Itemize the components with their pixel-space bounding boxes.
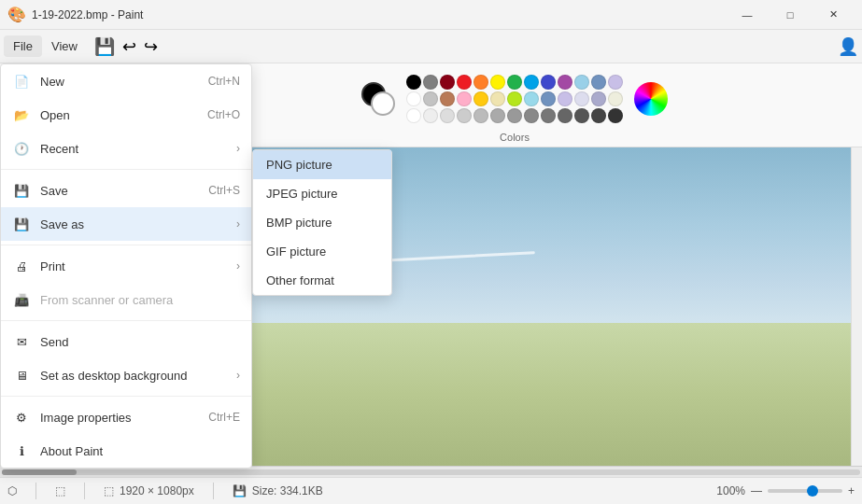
color-lime[interactable] bbox=[507, 91, 522, 106]
undo-button[interactable]: ↩ bbox=[122, 36, 136, 57]
color-amber[interactable] bbox=[473, 91, 488, 106]
color-row3-9[interactable] bbox=[541, 108, 556, 123]
menu-save-as[interactable]: 💾 Save as › bbox=[1, 207, 251, 241]
secondary-color[interactable] bbox=[371, 91, 395, 116]
color-lightblue2[interactable] bbox=[574, 75, 589, 90]
save-as-arrow: › bbox=[236, 217, 240, 231]
about-label: About Paint bbox=[40, 444, 240, 458]
zoom-plus-button[interactable]: + bbox=[848, 484, 855, 497]
menu-send[interactable]: ✉ Send bbox=[1, 325, 251, 358]
vertical-scrollbar[interactable] bbox=[851, 147, 862, 466]
redo-button[interactable]: ↪ bbox=[144, 36, 158, 57]
color-orange[interactable] bbox=[473, 75, 488, 90]
filesize-icon: 💾 bbox=[233, 484, 247, 497]
desktop-icon: 🖥 bbox=[12, 366, 31, 385]
zoom-minus-button[interactable]: — bbox=[751, 484, 762, 497]
color-slate[interactable] bbox=[591, 91, 606, 106]
props-icon: ⚙ bbox=[12, 408, 31, 427]
color-row3-2[interactable] bbox=[423, 108, 438, 123]
minimize-button[interactable]: — bbox=[726, 0, 769, 30]
color-darkred[interactable] bbox=[440, 75, 455, 90]
color-preview bbox=[361, 82, 395, 116]
menu-new[interactable]: 📄 New Ctrl+N bbox=[1, 64, 251, 98]
color-red[interactable] bbox=[457, 75, 472, 90]
color-lightgray[interactable] bbox=[423, 91, 438, 106]
save-as-png[interactable]: PNG picture bbox=[253, 150, 391, 179]
color-row3-10[interactable] bbox=[558, 108, 572, 123]
color-wheel-container bbox=[630, 82, 668, 116]
menu-recent[interactable]: 🕐 Recent › bbox=[1, 132, 251, 165]
color-gray[interactable] bbox=[423, 75, 438, 90]
color-row3-7[interactable] bbox=[507, 108, 522, 123]
color-steelblue[interactable] bbox=[591, 75, 606, 90]
send-label: Send bbox=[40, 335, 240, 349]
color-blue[interactable] bbox=[524, 75, 539, 90]
menu-save[interactable]: 💾 Save Ctrl+S bbox=[1, 174, 251, 207]
color-brown[interactable] bbox=[440, 91, 455, 106]
close-button[interactable]: ✕ bbox=[812, 0, 855, 30]
color-row3-5[interactable] bbox=[473, 108, 488, 123]
save-as-label: Save as bbox=[40, 217, 227, 231]
print-icon: 🖨 bbox=[12, 257, 31, 275]
color-row3-8[interactable] bbox=[524, 108, 539, 123]
color-lilac[interactable] bbox=[558, 91, 572, 106]
color-pink[interactable] bbox=[457, 91, 472, 106]
save-as-other[interactable]: Other format bbox=[253, 266, 391, 295]
color-beige[interactable] bbox=[490, 91, 505, 106]
menu-set-desktop[interactable]: 🖥 Set as desktop background › bbox=[1, 358, 251, 392]
save-as-gif[interactable]: GIF picture bbox=[253, 237, 391, 266]
color-row3-11[interactable] bbox=[574, 108, 589, 123]
menu-bar: File View 💾 ↩ ↪ 👤 bbox=[0, 30, 862, 63]
color-blue2[interactable] bbox=[541, 91, 556, 106]
menu-item-file[interactable]: File bbox=[4, 35, 42, 57]
menu-open[interactable]: 📂 Open Ctrl+O bbox=[1, 98, 251, 132]
zoom-thumb bbox=[807, 485, 818, 497]
save-toolbar-button[interactable]: 💾 bbox=[94, 36, 115, 57]
color-row3-1[interactable] bbox=[406, 108, 421, 123]
save-as-jpeg[interactable]: JPEG picture bbox=[253, 179, 391, 208]
maximize-button[interactable]: □ bbox=[769, 0, 812, 30]
color-purple[interactable] bbox=[558, 75, 572, 90]
divider-1 bbox=[35, 483, 36, 499]
zoom-slider[interactable] bbox=[768, 489, 842, 493]
file-menu-dropdown: 📄 New Ctrl+N 📂 Open Ctrl+O 🕐 Recent › 💾 … bbox=[0, 63, 252, 469]
color-yellow[interactable] bbox=[490, 75, 505, 90]
window-title: 1-19-2022.bmp - Paint bbox=[32, 8, 143, 21]
title-bar: 🎨 1-19-2022.bmp - Paint — □ ✕ bbox=[0, 0, 862, 30]
color-black[interactable] bbox=[406, 75, 421, 90]
save-icon: 💾 bbox=[12, 181, 31, 200]
color-row3-6[interactable] bbox=[490, 108, 505, 123]
save-label: Save bbox=[40, 184, 199, 198]
divider-3 bbox=[213, 483, 214, 499]
menu-print[interactable]: 🖨 Print › bbox=[1, 249, 251, 283]
app-icon: 🎨 bbox=[7, 6, 26, 23]
scrollbar-thumb[interactable] bbox=[2, 469, 77, 475]
color-wheel[interactable] bbox=[634, 82, 668, 116]
save-as-bmp[interactable]: BMP picture bbox=[253, 208, 391, 237]
color-lightblue[interactable] bbox=[524, 91, 539, 106]
color-lavender[interactable] bbox=[608, 75, 623, 90]
color-cream[interactable] bbox=[608, 91, 623, 106]
separator-1 bbox=[1, 169, 251, 170]
menu-about[interactable]: ℹ About Paint bbox=[1, 434, 251, 468]
scanner-label: From scanner or camera bbox=[40, 293, 240, 307]
color-indigo[interactable] bbox=[541, 75, 556, 90]
color-row3-3[interactable] bbox=[440, 108, 455, 123]
print-label: Print bbox=[40, 259, 227, 273]
menu-image-props[interactable]: ⚙ Image properties Ctrl+E bbox=[1, 400, 251, 434]
divider-2 bbox=[84, 483, 85, 499]
menu-item-view[interactable]: View bbox=[42, 35, 87, 57]
color-row3-13[interactable] bbox=[608, 108, 623, 123]
color-paleblue[interactable] bbox=[574, 91, 589, 106]
zoom-section: 100% — + bbox=[716, 484, 855, 497]
desktop-label: Set as desktop background bbox=[40, 369, 227, 383]
save-shortcut: Ctrl+S bbox=[208, 184, 240, 197]
separator-3 bbox=[1, 320, 251, 321]
recent-icon: 🕐 bbox=[12, 139, 31, 158]
color-row3-12[interactable] bbox=[591, 108, 606, 123]
color-green[interactable] bbox=[507, 75, 522, 90]
color-white[interactable] bbox=[406, 91, 421, 106]
color-swatches[interactable] bbox=[361, 82, 395, 116]
color-row3-4[interactable] bbox=[457, 108, 472, 123]
account-icon[interactable]: 👤 bbox=[838, 36, 858, 57]
